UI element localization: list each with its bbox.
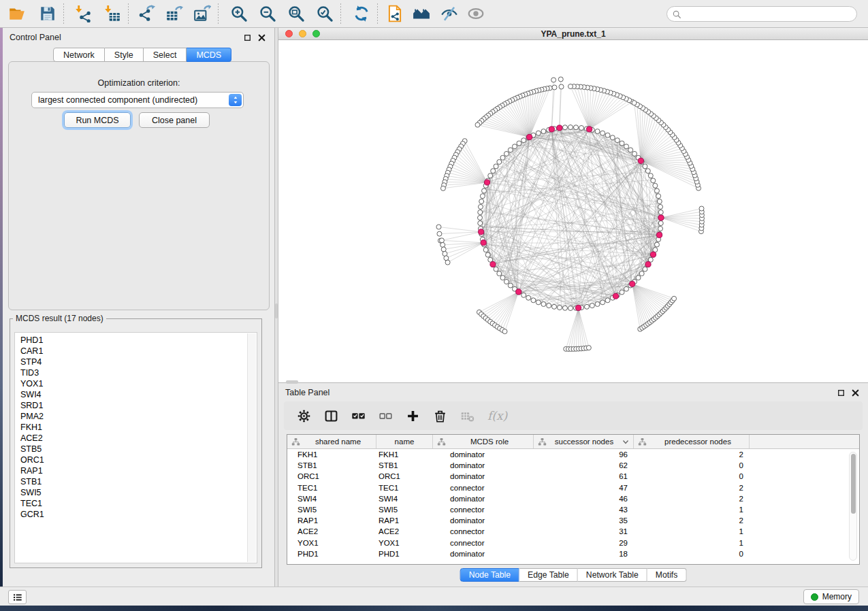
sort-chevron-icon[interactable] bbox=[622, 437, 630, 446]
table-cell[interactable]: ORC1 bbox=[287, 472, 376, 480]
table-options-gear-icon[interactable] bbox=[297, 409, 311, 423]
select-all-columns-icon[interactable] bbox=[351, 409, 366, 423]
table-row[interactable]: ACE2ACE2connector311 bbox=[287, 526, 859, 537]
table-cell[interactable]: ACE2 bbox=[287, 527, 376, 535]
mcds-list-item[interactable]: YOX1 bbox=[20, 378, 257, 389]
column-header-predecessor-nodes[interactable]: predecessor nodes bbox=[634, 435, 750, 448]
table-cell[interactable]: ORC1 bbox=[376, 472, 433, 480]
table-cell[interactable]: 1 bbox=[634, 539, 750, 547]
close-panel-button[interactable]: Close panel bbox=[139, 112, 210, 128]
table-cell[interactable]: YOX1 bbox=[376, 539, 433, 547]
search-box[interactable] bbox=[666, 6, 857, 22]
mcds-result-list[interactable]: PHD1CAR1STP4TID3YOX1SWI4SRD1PMA2FKH1ACE2… bbox=[14, 332, 257, 563]
mcds-list-item[interactable]: STP4 bbox=[20, 357, 257, 367]
table-cell[interactable]: connector bbox=[433, 539, 534, 547]
table-row[interactable]: PHD1PHD1dominator180 bbox=[287, 548, 859, 559]
tab-motifs[interactable]: Motifs bbox=[647, 568, 687, 582]
memory-button[interactable]: Memory bbox=[803, 589, 859, 604]
mcds-list-item[interactable]: PHD1 bbox=[20, 335, 257, 346]
table-cell[interactable]: dominator bbox=[433, 450, 534, 459]
mcds-list-item[interactable]: PMA2 bbox=[20, 411, 257, 422]
table-cell[interactable]: 0 bbox=[634, 472, 750, 480]
mcds-list-item[interactable]: GCR1 bbox=[20, 509, 257, 520]
table-cell[interactable]: STB1 bbox=[287, 461, 376, 469]
table-row[interactable]: TEC1TEC1connector472 bbox=[287, 482, 859, 493]
table-cell[interactable]: 1 bbox=[634, 527, 750, 535]
table-scrollbar[interactable] bbox=[849, 452, 857, 561]
float-panel-icon[interactable] bbox=[243, 33, 252, 42]
delete-column-icon[interactable] bbox=[433, 409, 447, 423]
table-cell[interactable]: 0 bbox=[634, 461, 750, 469]
table-cell[interactable]: 29 bbox=[534, 539, 634, 547]
network-canvas[interactable] bbox=[278, 40, 868, 382]
column-header-mcds-role[interactable]: MCDS role bbox=[433, 435, 534, 448]
table-cell[interactable]: SWI4 bbox=[376, 495, 433, 503]
network-window-titlebar[interactable]: YPA_prune.txt_1 bbox=[278, 28, 868, 40]
table-cell[interactable]: connector bbox=[433, 506, 534, 514]
table-cell[interactable]: dominator bbox=[433, 472, 534, 480]
open-session-icon[interactable] bbox=[8, 5, 26, 22]
table-cell[interactable]: dominator bbox=[433, 495, 534, 503]
table-cell[interactable]: 1 bbox=[634, 506, 750, 514]
table-cell[interactable]: TEC1 bbox=[287, 484, 376, 492]
column-header-successor-nodes[interactable]: successor nodes bbox=[534, 435, 634, 448]
table-row[interactable]: ORC1ORC1dominator610 bbox=[287, 471, 859, 482]
table-cell[interactable]: RAP1 bbox=[376, 516, 433, 525]
close-table-panel-icon[interactable] bbox=[851, 388, 860, 397]
table-cell[interactable]: FKH1 bbox=[287, 450, 376, 459]
import-table-icon[interactable] bbox=[103, 5, 121, 22]
zoom-fit-icon[interactable] bbox=[287, 5, 305, 22]
export-network-icon[interactable] bbox=[138, 5, 155, 22]
table-cell[interactable]: SWI4 bbox=[287, 495, 376, 503]
table-row[interactable]: YOX1YOX1connector291 bbox=[287, 538, 859, 548]
table-cell[interactable]: 2 bbox=[634, 495, 750, 503]
table-cell[interactable]: connector bbox=[433, 484, 534, 492]
table-cell[interactable]: 47 bbox=[534, 484, 634, 492]
add-column-icon[interactable] bbox=[406, 409, 420, 423]
tab-node-table[interactable]: Node Table bbox=[460, 568, 519, 582]
table-cell[interactable]: dominator bbox=[433, 461, 534, 469]
float-table-panel-icon[interactable] bbox=[837, 388, 846, 397]
first-neighbors-icon[interactable] bbox=[413, 5, 430, 22]
table-cell[interactable]: 46 bbox=[534, 495, 634, 503]
table-cell[interactable]: TEC1 bbox=[376, 484, 433, 492]
table-cell[interactable]: RAP1 bbox=[287, 516, 376, 525]
mcds-list-item[interactable]: TEC1 bbox=[20, 498, 257, 509]
save-session-icon[interactable] bbox=[39, 5, 57, 22]
table-cell[interactable]: YOX1 bbox=[287, 539, 376, 547]
table-cell[interactable]: 96 bbox=[534, 450, 634, 459]
table-cell[interactable]: SWI5 bbox=[287, 506, 376, 514]
splitter-handle[interactable] bbox=[275, 303, 278, 318]
table-cell[interactable]: SWI5 bbox=[376, 506, 433, 514]
tab-edge-table[interactable]: Edge Table bbox=[519, 568, 578, 582]
tab-select[interactable]: Select bbox=[144, 48, 187, 62]
table-cell[interactable]: 62 bbox=[534, 461, 634, 469]
table-cell[interactable]: 2 bbox=[634, 516, 750, 525]
refresh-styles-icon[interactable] bbox=[353, 5, 370, 22]
mcds-list-item[interactable]: FKH1 bbox=[20, 422, 257, 433]
column-header-name[interactable]: name bbox=[376, 435, 433, 448]
table-cell[interactable]: STB1 bbox=[376, 461, 433, 469]
search-input[interactable] bbox=[681, 7, 856, 20]
table-cell[interactable]: 0 bbox=[634, 550, 750, 558]
table-cell[interactable]: 2 bbox=[634, 450, 750, 459]
column-header-shared-name[interactable]: shared name bbox=[287, 435, 376, 448]
table-cell[interactable]: 31 bbox=[534, 527, 634, 535]
network-graph[interactable] bbox=[278, 40, 868, 382]
table-cell[interactable]: 35 bbox=[534, 516, 634, 525]
table-cell[interactable]: ACE2 bbox=[376, 527, 433, 535]
table-cell[interactable]: FKH1 bbox=[376, 450, 433, 459]
criterion-select[interactable]: largest connected component (undirected) bbox=[31, 92, 244, 108]
export-image-icon[interactable] bbox=[193, 5, 211, 22]
table-row[interactable]: STB1STB1dominator620 bbox=[287, 460, 859, 471]
share-document-icon[interactable] bbox=[386, 5, 404, 22]
show-columns-icon[interactable] bbox=[324, 409, 338, 423]
mcds-list-item[interactable]: STB5 bbox=[20, 444, 257, 455]
table-cell[interactable]: PHD1 bbox=[376, 550, 433, 558]
tab-style[interactable]: Style bbox=[105, 48, 144, 62]
table-cell[interactable]: dominator bbox=[433, 516, 534, 525]
horizontal-splitter-handle[interactable] bbox=[286, 380, 298, 384]
table-cell[interactable]: 61 bbox=[534, 472, 634, 480]
tab-network-table[interactable]: Network Table bbox=[578, 568, 647, 582]
table-cell[interactable]: 2 bbox=[634, 484, 750, 492]
